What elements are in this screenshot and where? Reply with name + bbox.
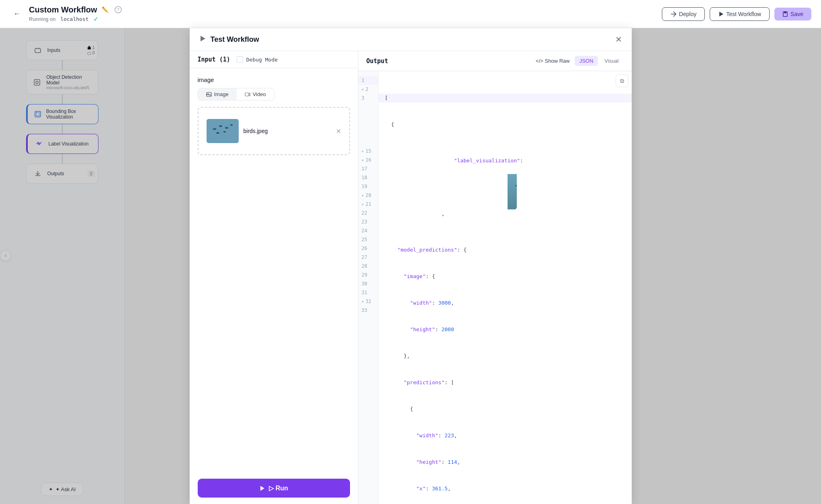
media-tabs: Image Video bbox=[198, 88, 274, 100]
file-info: birds.jpeg bbox=[244, 128, 331, 134]
svg-marker-2 bbox=[719, 12, 723, 16]
debug-mode: Debug Mode bbox=[237, 56, 278, 63]
birds-thumbnail-svg bbox=[207, 119, 239, 143]
copy-button[interactable]: ⧉ bbox=[616, 74, 629, 87]
line-num-33: 33 bbox=[358, 306, 378, 315]
svg-rect-4 bbox=[784, 12, 786, 13]
output-birds-svg bbox=[508, 174, 517, 209]
modal-overlay: Test Workflow ✕ Input (1) Debug Mode bbox=[0, 28, 821, 504]
svg-marker-24 bbox=[260, 486, 264, 491]
video-tab[interactable]: Video bbox=[237, 88, 274, 100]
line-num-24: 24 bbox=[358, 226, 378, 235]
line-num-30: 30 bbox=[358, 279, 378, 288]
line-num-29: 29 bbox=[358, 270, 378, 279]
save-button[interactable]: Save bbox=[774, 8, 811, 20]
modal-close-button[interactable]: ✕ bbox=[615, 35, 622, 44]
input-toolbar: Input (1) Debug Mode bbox=[190, 51, 358, 68]
file-remove-button[interactable]: ✕ bbox=[336, 127, 341, 135]
input-label: Input (1) bbox=[198, 56, 230, 63]
json-line-23: "height": 114, bbox=[385, 458, 625, 467]
top-header: ← Custom Workflow ✏️ ? Running on localh… bbox=[0, 0, 821, 28]
run-button[interactable]: ▷ Run bbox=[198, 479, 350, 498]
json-line-20: "predictions": [ bbox=[385, 378, 625, 387]
json-line-3: "label_visualization": bbox=[385, 147, 625, 228]
line-num-22: 22 bbox=[358, 209, 378, 217]
svg-rect-16 bbox=[245, 93, 249, 96]
svg-text:?: ? bbox=[117, 7, 119, 12]
debug-checkbox[interactable] bbox=[237, 56, 243, 63]
line-num-18: 18 bbox=[358, 173, 378, 182]
output-actions: </> Show Raw JSON Visual bbox=[536, 56, 623, 66]
line-num-3: 3 bbox=[358, 94, 378, 102]
svg-rect-17 bbox=[207, 119, 239, 143]
show-raw-button[interactable]: </> Show Raw bbox=[536, 58, 570, 64]
json-lines: 1 ▾2 3 ▾15 ▾16 17 18 19 ▾20 bbox=[358, 71, 632, 504]
file-name: birds.jpeg bbox=[244, 128, 331, 134]
output-label: Output bbox=[366, 57, 388, 65]
line-num-25: 25 bbox=[358, 235, 378, 244]
line-num-31: 31 bbox=[358, 288, 378, 297]
output-panel: Output </> Show Raw JSON Visual ⧉ bbox=[358, 51, 632, 504]
json-line-17: "width": 3000, bbox=[385, 299, 625, 307]
line-num-32: ▾32 bbox=[358, 297, 378, 306]
json-line-24: "x": 361.5, bbox=[385, 484, 625, 493]
svg-marker-13 bbox=[201, 36, 205, 41]
line-num-28: 28 bbox=[358, 262, 378, 270]
json-line-2: { bbox=[385, 120, 625, 129]
status-host: localhost bbox=[60, 16, 88, 22]
workflow-title: Custom Workflow bbox=[29, 5, 97, 14]
workflow-status: Running on localhost ✓ bbox=[29, 15, 662, 23]
test-workflow-button[interactable]: Test Workflow bbox=[710, 7, 770, 21]
json-line-15: "model_predictions": { bbox=[385, 246, 625, 254]
json-tab[interactable]: JSON bbox=[575, 56, 598, 66]
json-output[interactable]: ⧉ 1 ▾2 3 ▾15 ▾16 bbox=[358, 71, 632, 504]
visual-tab[interactable]: Visual bbox=[600, 56, 623, 66]
input-footer: ▷ Run bbox=[190, 472, 358, 504]
line-num-1: 1 bbox=[358, 76, 378, 85]
input-panel: Input (1) Debug Mode image Image bbox=[190, 51, 358, 504]
deploy-button[interactable]: Deploy bbox=[662, 7, 705, 21]
line-num-19: 19 bbox=[358, 182, 378, 191]
output-toolbar: Output </> Show Raw JSON Visual bbox=[358, 51, 632, 71]
json-line-18: "height": 2000 bbox=[385, 325, 625, 334]
svg-rect-26 bbox=[508, 174, 517, 209]
json-line-21: { bbox=[385, 405, 625, 414]
main-layout: Inputs 1 0 bbox=[0, 28, 821, 504]
edit-icon[interactable]: ✏️ bbox=[100, 5, 110, 14]
status-indicator: ✓ bbox=[93, 15, 98, 23]
json-line-16: "image": { bbox=[385, 272, 625, 281]
line-num-26: 26 bbox=[358, 244, 378, 253]
workflow-title-group: Custom Workflow ✏️ ? Running on localhos… bbox=[29, 5, 662, 23]
input-content: image Image Video bbox=[190, 68, 358, 472]
modal-body: Input (1) Debug Mode image Image bbox=[190, 51, 632, 504]
test-workflow-modal: Test Workflow ✕ Input (1) Debug Mode bbox=[190, 28, 632, 504]
field-label: image bbox=[198, 76, 350, 83]
json-content: [ { "label_visualization": bbox=[379, 71, 632, 504]
help-icon[interactable]: ? bbox=[113, 5, 123, 14]
line-num-20: ▾20 bbox=[358, 191, 378, 200]
file-thumbnail bbox=[207, 119, 239, 143]
play-icon bbox=[199, 35, 207, 44]
json-line-19: }, bbox=[385, 352, 625, 361]
modal-title: Test Workflow bbox=[199, 35, 259, 44]
line-num-21: ▾21 bbox=[358, 200, 378, 209]
view-tabs: JSON Visual bbox=[575, 56, 624, 66]
line-num-27: 27 bbox=[358, 253, 378, 262]
image-tab[interactable]: Image bbox=[198, 88, 237, 100]
line-num-15: ▾15 bbox=[358, 147, 378, 156]
line-num-4 bbox=[358, 102, 378, 147]
json-line-22: "width": 223, bbox=[385, 431, 625, 440]
line-numbers: 1 ▾2 3 ▾15 ▾16 17 18 19 ▾20 bbox=[358, 71, 379, 504]
modal-header: Test Workflow ✕ bbox=[190, 28, 632, 51]
line-num-17: 17 bbox=[358, 164, 378, 173]
header-actions: Deploy Test Workflow Save bbox=[662, 7, 811, 21]
json-image-preview bbox=[444, 165, 517, 209]
line-num-23: 23 bbox=[358, 217, 378, 226]
json-line-1: [ bbox=[379, 94, 632, 102]
upload-area[interactable]: birds.jpeg ✕ bbox=[198, 107, 350, 155]
line-num-16: ▾16 bbox=[358, 156, 378, 164]
back-button[interactable]: ← bbox=[10, 7, 24, 21]
line-num-2: ▾2 bbox=[358, 85, 378, 94]
